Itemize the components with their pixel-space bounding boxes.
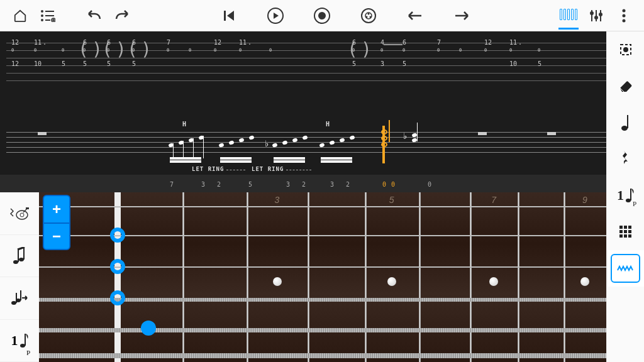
rest-icon: [621, 150, 631, 168]
svg-point-37: [624, 48, 628, 52]
svg-rect-41: [630, 189, 631, 200]
right-rail: 1 P: [606, 31, 644, 362]
selection-tool[interactable]: [607, 31, 644, 68]
svg-rect-49: [624, 234, 627, 238]
svg-rect-44: [628, 226, 631, 229]
eraser-tool[interactable]: [607, 68, 644, 104]
zoom-out-button[interactable]: −: [43, 222, 70, 250]
svg-point-40: [626, 199, 631, 202]
svg-point-38: [621, 126, 628, 131]
guitar-tool[interactable]: + −: [0, 192, 39, 235]
rest-tool[interactable]: [607, 141, 644, 177]
chord-tool[interactable]: [0, 235, 39, 278]
svg-point-22: [16, 211, 28, 219]
svg-rect-46: [624, 230, 627, 233]
whole-rest: [38, 132, 47, 135]
hammer-on-mark: H: [326, 121, 330, 128]
fretboard[interactable]: 3579: [39, 192, 606, 362]
target-icon: [618, 42, 633, 57]
prev-button[interactable]: [215, 2, 243, 30]
svg-point-19: [623, 9, 626, 12]
svg-rect-3: [45, 15, 54, 16]
svg-point-11: [362, 9, 375, 23]
svg-rect-42: [619, 226, 623, 229]
chord-highlight: [381, 129, 387, 147]
let-ring-label: LET RING: [192, 166, 224, 172]
svg-point-26: [13, 260, 18, 264]
svg-point-30: [11, 301, 16, 305]
svg-rect-28: [18, 250, 19, 262]
fretboard-panel: + − 1 P 3579: [0, 192, 606, 362]
grid-icon: [619, 225, 633, 239]
piano-view-button[interactable]: [555, 2, 582, 30]
redo-button[interactable]: [108, 2, 136, 30]
nut: [114, 192, 121, 362]
duration-tool[interactable]: 1 P: [0, 320, 39, 363]
undo-button[interactable]: [80, 2, 108, 30]
zoom-in-button[interactable]: +: [43, 195, 70, 222]
tracks-button[interactable]: [34, 2, 62, 30]
zoom-controls: + −: [43, 195, 70, 250]
svg-rect-29: [23, 247, 25, 260]
svg-rect-50: [628, 234, 631, 238]
svg-point-23: [20, 213, 24, 217]
wave-icon: [617, 264, 635, 273]
note-tool[interactable]: [607, 104, 644, 141]
whole-rest: [547, 132, 556, 135]
svg-point-15: [370, 16, 372, 18]
tremolo-tool[interactable]: [607, 250, 644, 287]
svg-point-16: [591, 12, 593, 14]
let-ring-label: LET RING: [252, 166, 284, 172]
nav-left-button[interactable]: [401, 2, 429, 30]
svg-rect-43: [624, 226, 627, 229]
svg-rect-32: [16, 293, 17, 303]
svg-rect-45: [619, 230, 623, 233]
whole-rest: [478, 132, 487, 135]
svg-point-17: [595, 16, 597, 19]
note-icon: [621, 114, 631, 131]
fretboard-tools: + − 1 P: [0, 192, 39, 362]
svg-point-10: [318, 12, 326, 19]
chord-icon: [13, 247, 26, 265]
svg-point-18: [599, 13, 602, 16]
svg-point-27: [19, 258, 24, 261]
svg-rect-35: [25, 334, 26, 346]
svg-point-0: [41, 10, 43, 13]
mixer-button[interactable]: [582, 2, 610, 30]
svg-point-2: [41, 14, 43, 17]
svg-rect-5: [45, 19, 50, 21]
svg-rect-39: [627, 115, 628, 128]
guitar-icon: [9, 205, 30, 221]
hammer-on-mark: H: [182, 121, 186, 128]
top-toolbar: [0, 0, 644, 31]
svg-point-21: [623, 19, 626, 22]
record-button[interactable]: [308, 2, 336, 30]
svg-point-20: [623, 14, 626, 17]
svg-point-14: [366, 16, 368, 18]
piano-icon: [559, 9, 578, 20]
eraser-icon: [618, 79, 634, 93]
nav-right-button[interactable]: [448, 2, 475, 30]
home-button[interactable]: [6, 2, 34, 30]
score-panel[interactable]: 1201211.01005()605()605()60570012011.00(…: [0, 31, 606, 192]
svg-rect-47: [628, 230, 631, 233]
svg-point-13: [368, 13, 370, 14]
grid-tool[interactable]: [607, 214, 644, 250]
menu-button[interactable]: [610, 2, 638, 30]
strum-tool[interactable]: [0, 277, 39, 320]
svg-rect-7: [224, 11, 226, 21]
svg-rect-48: [619, 234, 623, 238]
svg-point-34: [20, 344, 25, 348]
strum-icon: [11, 289, 28, 307]
play-button[interactable]: [262, 2, 289, 30]
svg-rect-33: [20, 290, 21, 300]
metronome-button[interactable]: [355, 2, 382, 30]
svg-rect-1: [45, 11, 54, 12]
duration-1p-tool[interactable]: 1 P: [607, 177, 644, 214]
svg-point-4: [41, 19, 43, 21]
